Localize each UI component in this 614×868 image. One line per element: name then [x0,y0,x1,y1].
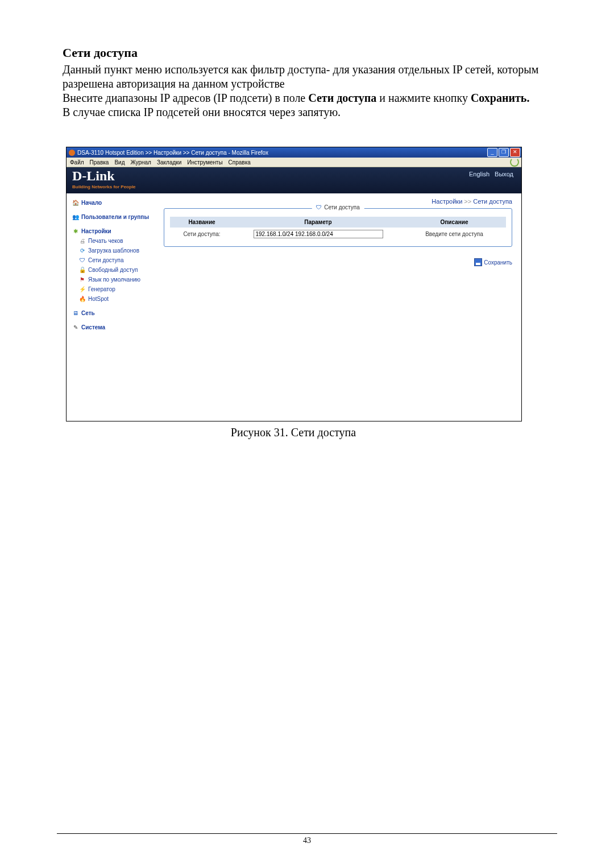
brand-tagline: Building Networks for People [72,184,136,189]
shield-icon: 🛡 [316,204,322,210]
save-button-label: Сохранить [484,259,512,266]
menu-edit[interactable]: Правка [90,159,109,166]
disk-icon [474,258,482,266]
sidebar-item-label: HotSpot [88,295,109,303]
menu-history[interactable]: Журнал [130,159,151,166]
printer-icon: 🖨 [79,237,85,245]
sidebar-item-settings[interactable]: ✱ Настройки [72,226,158,236]
sidebar-item-label: Язык по умолчанию [88,276,140,283]
window-title: DSA-3110 Hotspot Edition >> Настройки >>… [77,150,268,156]
screenshot-figure: DSA-3110 Hotspot Edition >> Настройки >>… [66,147,522,421]
shield-icon: 🛡 [79,257,85,264]
sidebar-item-print[interactable]: 🖨 Печать чеков [79,236,158,246]
save-row: Сохранить [164,258,512,267]
sidebar: 🏠 Начало 👥 Пользователи и группы ✱ Настр… [67,193,160,421]
app-header: D-Link Building Networks for People Engl… [67,167,521,193]
system-icon: ✎ [72,324,78,331]
sidebar-item-default-lang[interactable]: ⚑ Язык по умолчанию [79,275,158,284]
sidebar-item-access-nets[interactable]: 🛡 Сети доступа [79,255,158,265]
text-fragment: Внесите диапазоны IP адресов (IP подсети… [63,92,308,104]
hotspot-icon: 🔥 [79,295,85,303]
row-param-cell [234,228,403,241]
sidebar-item-users[interactable]: 👥 Пользователи и группы [72,212,158,222]
sidebar-item-network[interactable]: 🖥 Сеть [72,308,158,318]
table-row: Сети доступа: Введите сети доступа [170,228,506,241]
reload-icon[interactable] [510,158,519,167]
window-titlebar: DSA-3110 Hotspot Edition >> Настройки >>… [67,147,521,158]
close-button[interactable]: ✕ [510,148,520,157]
gear-icon: ✱ [72,228,78,235]
menu-tools[interactable]: Инструменты [187,159,222,166]
link-logout[interactable]: Выход [495,171,513,177]
breadcrumb-b: Сети доступа [473,198,512,205]
text-bold-fragment: Сохранить. [471,92,530,104]
link-english[interactable]: English [469,171,489,177]
sidebar-item-label: Загрузка шаблонов [88,247,139,254]
page-footer: 43 [57,833,557,845]
menu-view[interactable]: Вид [114,159,125,166]
upload-icon: ⟳ [79,247,85,254]
section-heading: Сети доступа [63,46,557,60]
breadcrumb-sep: >> [464,198,471,205]
text-fragment: и нажмите кнопку [376,92,471,104]
maximize-button[interactable]: ❐ [499,148,509,157]
sidebar-item-label: Начало [81,199,102,206]
menu-bookmarks[interactable]: Закладки [157,159,181,166]
main-content: Настройки >> Сети доступа 🛡 Сети доступа… [160,193,521,421]
minimize-button[interactable]: _ [487,148,497,157]
flag-icon: ⚑ [79,276,85,283]
panel-legend: 🛡 Сети доступа [312,204,364,210]
row-desc: Введите сети доступа [403,228,506,241]
network-icon: 🖥 [72,309,78,317]
save-button[interactable]: Сохранить [474,258,512,266]
sidebar-item-label: Система [81,324,105,331]
panel-legend-label: Сети доступа [324,204,359,210]
column-header-desc: Описание [403,217,506,228]
settings-table: Название Параметр Описание Сети доступа: [170,217,506,241]
doc-paragraph-1: Данный пункт меню используется как фильт… [63,63,557,91]
browser-menubar: Файл Правка Вид Журнал Закладки Инструме… [67,158,521,167]
sidebar-item-templates[interactable]: ⟳ Загрузка шаблонов [79,246,158,255]
sidebar-item-label: Генератор [88,286,115,293]
sidebar-item-label: Сети доступа [88,257,123,264]
firefox-icon [69,150,75,156]
home-icon: 🏠 [72,199,78,206]
access-networks-panel: 🛡 Сети доступа Название Параметр Описани… [164,208,512,247]
unlock-icon: 🔓 [79,266,85,274]
menu-file[interactable]: Файл [70,159,84,166]
sidebar-item-generator[interactable]: ⚡ Генератор [79,284,158,294]
text-bold-fragment: Сети доступа [308,92,376,104]
access-networks-input[interactable] [254,230,383,238]
column-header-param: Параметр [234,217,403,228]
menu-help[interactable]: Справка [229,159,251,166]
page-number: 43 [303,836,311,845]
sidebar-item-label: Настройки [81,228,111,235]
lightning-icon: ⚡ [79,286,85,293]
row-name: Сети доступа: [170,228,234,241]
brand-logo: D-Link [72,168,115,184]
column-header-name: Название [170,217,234,228]
doc-paragraph-3: В случае списка IP подсетей они вносятся… [63,105,557,119]
doc-paragraph-2: Внесите диапазоны IP адресов (IP подсети… [63,91,557,105]
breadcrumb-a[interactable]: Настройки [432,198,462,205]
sidebar-item-label: Печать чеков [88,237,123,245]
sidebar-item-hotspot[interactable]: 🔥 HotSpot [79,294,158,304]
users-icon: 👥 [72,213,78,221]
sidebar-item-system[interactable]: ✎ Система [72,323,158,332]
sidebar-item-label: Сеть [81,309,95,317]
sidebar-item-label: Пользователи и группы [81,213,149,221]
sidebar-item-label: Свободный доступ [88,266,138,274]
sidebar-item-home[interactable]: 🏠 Начало [72,198,158,208]
figure-caption: Рисунок 31. Сети доступа [63,426,521,439]
header-links: English Выход [466,171,513,177]
sidebar-item-free-access[interactable]: 🔓 Свободный доступ [79,265,158,275]
